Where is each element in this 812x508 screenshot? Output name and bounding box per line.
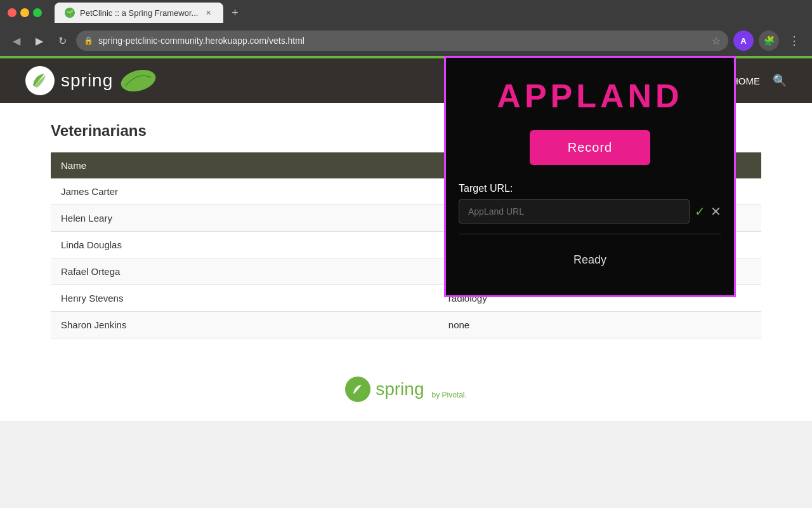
- bookmark-icon[interactable]: ☆: [712, 35, 721, 47]
- vet-name: Linda Douglas: [51, 232, 438, 258]
- vet-name: Henry Stevens: [51, 285, 438, 312]
- vet-name: James Carter: [51, 178, 438, 205]
- divider: [459, 234, 721, 234]
- toolbar-icons: A 🧩 ⋮: [733, 30, 804, 51]
- refresh-button[interactable]: ↻: [53, 32, 71, 50]
- appland-logo: APPLAND: [497, 77, 683, 115]
- search-icon[interactable]: 🔍: [773, 74, 787, 88]
- lock-icon: 🔒: [84, 36, 93, 45]
- footer-logo-text: spring: [376, 379, 424, 399]
- browser-titlebar: 🌱 PetClinic :: a Spring Framewor... ✕ +: [0, 0, 812, 25]
- forward-button[interactable]: ▶: [30, 32, 48, 50]
- browser-toolbar: ◀ ▶ ↻ 🔒 spring-petclinic-community.herok…: [0, 25, 812, 56]
- target-url-label: Target URL:: [459, 183, 721, 194]
- target-url-input-row: ✓ ✕: [459, 199, 721, 224]
- footer-by-pivotal: by Pivotal.: [431, 391, 466, 399]
- confirm-url-button[interactable]: ✓: [695, 204, 705, 219]
- spring-logo-icon: [25, 66, 55, 95]
- back-button[interactable]: ◀: [8, 32, 25, 50]
- status-text: Ready: [573, 253, 606, 267]
- traffic-lights: [8, 8, 42, 17]
- table-row: Sharon Jenkins none: [51, 312, 761, 338]
- address-bar[interactable]: 🔒 spring-petclinic-community.herokuapp.c…: [76, 30, 728, 51]
- close-window-button[interactable]: [8, 8, 16, 17]
- target-url-input[interactable]: [459, 199, 690, 224]
- url-text: spring-petclinic-community.herokuapp.com…: [98, 36, 707, 46]
- minimize-window-button[interactable]: [20, 8, 29, 17]
- record-button[interactable]: Record: [530, 130, 650, 165]
- clear-url-button[interactable]: ✕: [710, 204, 721, 219]
- extensions-icon[interactable]: 🧩: [759, 30, 779, 51]
- tab-bar: 🌱 PetClinic :: a Spring Framewor... ✕ +: [55, 3, 244, 23]
- vet-name: Sharon Jenkins: [51, 312, 438, 338]
- spring-leaf-decoration: [119, 68, 157, 93]
- browser-menu-icon[interactable]: ⋮: [784, 30, 804, 51]
- col-header-name: Name: [51, 152, 438, 178]
- spring-logo-text: spring: [61, 70, 113, 91]
- vet-name: Helen Leary: [51, 205, 438, 232]
- page-footer: spring by Pivotal.: [0, 358, 812, 421]
- footer-spring-logo: spring by Pivotal.: [345, 377, 467, 402]
- new-tab-button[interactable]: +: [226, 4, 244, 22]
- maximize-window-button[interactable]: [33, 8, 42, 17]
- appland-overlay: APPLAND Record Target URL: ✓ ✕ Ready: [444, 56, 736, 297]
- footer-logo-icon: [345, 377, 370, 402]
- vet-name: Rafael Ortega: [51, 258, 438, 285]
- vet-specialties: none: [438, 312, 761, 338]
- tab-favicon: 🌱: [65, 8, 75, 18]
- svg-point-1: [119, 68, 157, 93]
- browser-chrome: 🌱 PetClinic :: a Spring Framewor... ✕ + …: [0, 0, 812, 56]
- target-url-section: Target URL: ✓ ✕: [459, 183, 721, 224]
- tab-close-button[interactable]: ✕: [203, 8, 213, 18]
- footer-spring-icon: [349, 380, 367, 398]
- tab-title: PetClinic :: a Spring Framewor...: [80, 8, 198, 18]
- active-tab[interactable]: 🌱 PetClinic :: a Spring Framewor... ✕: [55, 3, 223, 23]
- profile-icon[interactable]: A: [733, 30, 754, 51]
- page-content: spring 🏠 HOME 🔍 Veterinarians Name Speci…: [0, 56, 812, 508]
- spring-logo: spring: [25, 66, 157, 95]
